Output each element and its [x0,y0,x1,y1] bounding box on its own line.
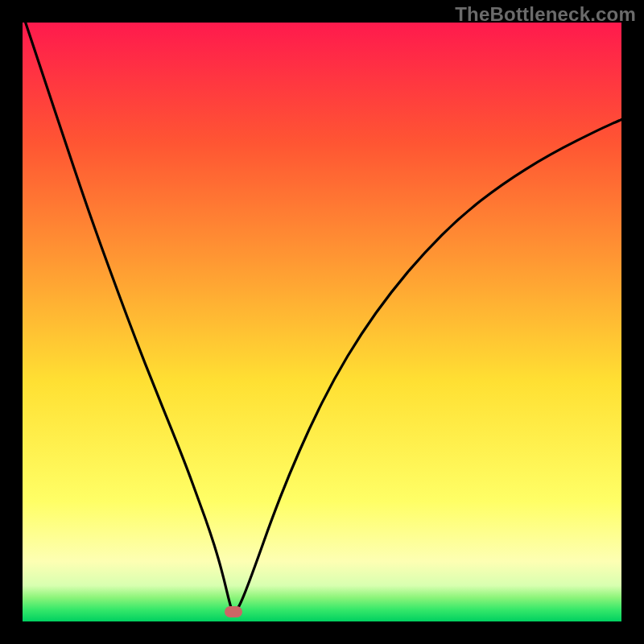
chart-frame: TheBottleneck.com [0,0,644,644]
chart-plot-area [23,23,621,621]
bottleneck-curve [23,23,621,621]
optimal-point-marker [225,606,242,617]
watermark-text: TheBottleneck.com [455,3,636,26]
